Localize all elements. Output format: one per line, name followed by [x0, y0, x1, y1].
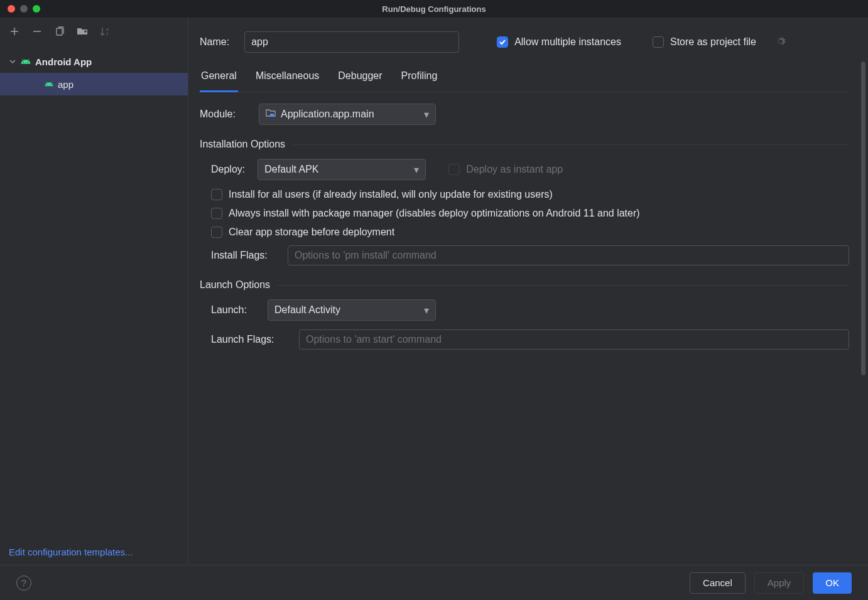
save-template-icon[interactable] — [77, 26, 88, 37]
chevron-down-icon — [9, 58, 16, 65]
sidebar: az Android App app Edit configuration te… — [0, 18, 188, 565]
tree-group-label: Android App — [35, 56, 92, 67]
gear-icon[interactable] — [775, 36, 786, 49]
install-flags-label: Install Flags: — [211, 250, 279, 261]
install-pkg-mgr-label: Always install with package manager (dis… — [229, 208, 640, 219]
window-close-icon[interactable] — [8, 5, 15, 13]
allow-multiple-checkbox[interactable] — [497, 36, 508, 48]
title-bar: Run/Debug Configurations — [0, 0, 868, 18]
install-flags-input[interactable] — [288, 245, 849, 265]
svg-rect-0 — [57, 28, 62, 35]
module-label: Module: — [200, 109, 250, 120]
allow-multiple-label: Allow multiple instances — [514, 36, 621, 48]
module-select[interactable]: Application.app.main ▾ — [259, 104, 436, 125]
folder-icon — [266, 109, 276, 120]
deploy-select[interactable]: Default APK ▾ — [258, 159, 426, 180]
window-zoom-icon[interactable] — [33, 5, 40, 13]
svg-rect-3 — [270, 114, 274, 117]
launch-label: Launch: — [211, 304, 259, 316]
scrollbar[interactable] — [861, 62, 865, 375]
window-minimize-icon — [20, 5, 28, 13]
install-all-users-label: Install for all users (if already instal… — [229, 189, 553, 200]
launch-value: Default Activity — [274, 304, 340, 316]
help-icon[interactable]: ? — [16, 576, 31, 591]
tab-profiling[interactable]: Profiling — [400, 70, 439, 92]
tab-bar: General Miscellaneous Debugger Profiling — [200, 70, 849, 92]
launch-flags-label: Launch Flags: — [211, 334, 290, 345]
deploy-label: Deploy: — [211, 164, 245, 175]
launch-section-title: Launch Options — [200, 279, 270, 291]
tree-item-app[interactable]: app — [0, 73, 188, 95]
ok-button[interactable]: OK — [813, 572, 852, 594]
config-tree: Android App app — [0, 45, 188, 95]
module-value: Application.app.main — [281, 109, 374, 120]
name-input[interactable] — [244, 31, 459, 53]
svg-text:z: z — [106, 31, 109, 36]
tab-general[interactable]: General — [200, 70, 238, 92]
launch-select[interactable]: Default Activity ▾ — [268, 299, 436, 321]
copy-icon[interactable] — [54, 26, 65, 37]
remove-icon[interactable] — [31, 26, 43, 37]
android-icon — [44, 79, 54, 89]
divider — [293, 144, 849, 145]
add-icon[interactable] — [9, 26, 20, 37]
caret-down-icon: ▾ — [424, 304, 429, 316]
deploy-instant-label: Deploy as instant app — [466, 164, 563, 175]
deploy-instant-checkbox — [448, 164, 460, 175]
tree-item-label: app — [58, 79, 73, 90]
clear-storage-label: Clear app storage before deployment — [229, 227, 394, 238]
dialog-footer: ? Cancel Apply OK — [0, 565, 868, 600]
svg-text:a: a — [106, 27, 109, 31]
install-all-users-checkbox[interactable] — [211, 189, 222, 200]
launch-flags-input[interactable] — [299, 329, 849, 350]
store-project-checkbox[interactable] — [653, 36, 664, 48]
deploy-value: Default APK — [264, 164, 318, 175]
edit-templates-link[interactable]: Edit configuration templates... — [9, 547, 133, 557]
clear-storage-checkbox[interactable] — [211, 227, 222, 238]
apply-button: Apply — [754, 572, 805, 594]
sort-icon[interactable]: az — [99, 26, 111, 37]
tab-miscellaneous[interactable]: Miscellaneous — [254, 70, 320, 92]
caret-down-icon: ▾ — [424, 109, 429, 121]
divider — [278, 285, 849, 286]
name-label: Name: — [200, 36, 229, 48]
main-panel: Name: Allow multiple instances Store as … — [188, 18, 868, 565]
cancel-button[interactable]: Cancel — [690, 572, 746, 594]
caret-down-icon: ▾ — [414, 164, 419, 176]
install-pkg-mgr-checkbox[interactable] — [211, 208, 222, 219]
sidebar-toolbar: az — [0, 18, 188, 45]
android-icon — [20, 56, 31, 67]
installation-section-title: Installation Options — [200, 139, 285, 150]
window-title: Run/Debug Configurations — [382, 4, 486, 14]
tree-group-android-app[interactable]: Android App — [0, 50, 188, 73]
tab-debugger[interactable]: Debugger — [337, 70, 383, 92]
store-project-label: Store as project file — [670, 36, 756, 48]
